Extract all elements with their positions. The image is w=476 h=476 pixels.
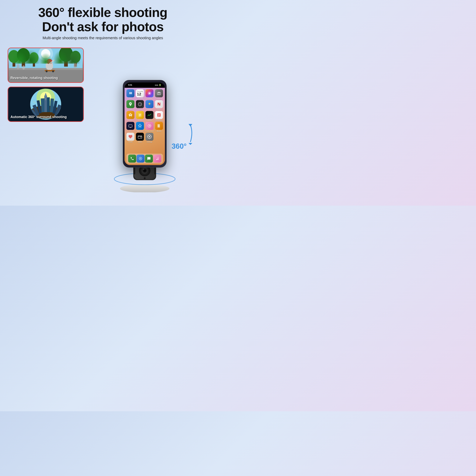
dock-phone[interactable] bbox=[128, 155, 136, 163]
phone-notch bbox=[138, 83, 151, 86]
notes-label: Notes bbox=[138, 119, 142, 121]
city-photo-card: Automatic 360° surround shooting bbox=[8, 87, 84, 122]
itunes-icon bbox=[145, 122, 153, 130]
svg-point-88 bbox=[158, 159, 159, 160]
health-icon bbox=[126, 133, 135, 141]
arrow-svg bbox=[181, 123, 194, 146]
camera-label: Camera bbox=[156, 98, 162, 99]
dock-bar bbox=[126, 154, 163, 164]
app-icon-weather[interactable]: Weather bbox=[145, 100, 154, 110]
clock-label: Clock bbox=[138, 108, 142, 110]
svg-rect-65 bbox=[138, 113, 141, 117]
svg-marker-50 bbox=[188, 143, 192, 145]
svg-point-22 bbox=[22, 65, 25, 70]
content-area: Reversible, rotating shooting bbox=[0, 40, 206, 196]
svg-point-2 bbox=[38, 48, 53, 61]
dock-messages[interactable] bbox=[145, 155, 153, 163]
itunes-label: iTunes Store bbox=[145, 130, 154, 132]
svg-point-16 bbox=[47, 59, 52, 64]
svg-rect-42 bbox=[45, 93, 46, 97]
left-panel: Reversible, rotating shooting bbox=[8, 44, 84, 196]
photos-label: Photos bbox=[147, 98, 152, 99]
tv-icon bbox=[126, 122, 135, 130]
weather-icon bbox=[145, 100, 153, 108]
skate-photo-card: Reversible, rotating shooting bbox=[8, 48, 84, 83]
maps-label: Maps bbox=[129, 108, 132, 110]
app-icon-settings[interactable]: Settings bbox=[145, 133, 154, 143]
svg-point-82 bbox=[149, 136, 150, 137]
subtitle: Multi-angle shooting meets the requireme… bbox=[0, 36, 206, 40]
svg-rect-5 bbox=[22, 54, 25, 67]
app-icon-camera[interactable]: Camera bbox=[155, 89, 163, 99]
app-icon-appstore[interactable]: App Store bbox=[136, 122, 144, 132]
dock-music-icon bbox=[153, 155, 161, 163]
app-icon-news[interactable]: N News bbox=[155, 100, 163, 110]
svg-point-8 bbox=[29, 52, 38, 63]
news-label: News bbox=[157, 108, 161, 110]
settings-icon bbox=[145, 133, 153, 141]
app-icon-stocks[interactable]: Stocks bbox=[145, 111, 154, 121]
home-screen: ✉ Mail Tuesday12 Calendar bbox=[124, 88, 165, 165]
phone-screen: 9:41 ●●● 🔋 ✉ Mail bbox=[124, 83, 165, 165]
svg-rect-3 bbox=[13, 55, 16, 67]
dock-safari-icon bbox=[136, 155, 145, 163]
app-icon-health[interactable]: Health bbox=[126, 133, 135, 143]
stocks-icon bbox=[145, 111, 153, 119]
signal-icons: ●●● 🔋 bbox=[155, 84, 161, 86]
app-grid: ✉ Mail Tuesday12 Calendar bbox=[126, 88, 164, 144]
svg-point-60 bbox=[149, 103, 150, 104]
right-panel: 360° bbox=[91, 44, 198, 196]
svg-point-10 bbox=[59, 48, 73, 62]
svg-point-20 bbox=[52, 70, 54, 72]
svg-marker-49 bbox=[188, 124, 192, 126]
svg-rect-46 bbox=[45, 100, 46, 100]
home-label: Home bbox=[128, 119, 132, 121]
calendar-label: Calendar bbox=[137, 98, 143, 99]
city-photo-label: Automatic 360° surround shooting bbox=[11, 115, 67, 119]
reminders-icon bbox=[155, 111, 163, 119]
app-icon-maps[interactable]: Maps bbox=[126, 100, 135, 110]
app-icon-calendar[interactable]: Tuesday12 Calendar bbox=[136, 89, 144, 99]
app-icon-reminders[interactable]: Reminders bbox=[155, 111, 163, 121]
mail-icon: ✉ bbox=[126, 89, 135, 97]
svg-point-1 bbox=[41, 49, 50, 58]
svg-point-19 bbox=[46, 70, 48, 72]
svg-point-12 bbox=[70, 51, 81, 63]
dock-safari[interactable] bbox=[136, 155, 145, 163]
app-icon-itunes[interactable]: iTunes Store bbox=[145, 122, 154, 132]
dock-music[interactable] bbox=[153, 155, 161, 163]
clock-icon bbox=[136, 100, 144, 108]
health-label: Health bbox=[128, 141, 133, 143]
svg-point-23 bbox=[73, 63, 77, 68]
notes-icon bbox=[136, 111, 144, 119]
reminders-label: Reminders bbox=[155, 119, 163, 121]
phone-gimbal-assembly: 9:41 ●●● 🔋 ✉ Mail bbox=[123, 80, 167, 168]
svg-point-87 bbox=[156, 159, 157, 160]
dock-messages-icon bbox=[145, 155, 153, 163]
svg-rect-55 bbox=[158, 92, 160, 93]
appstore-label: App Store bbox=[136, 130, 143, 132]
phone-device: 9:41 ●●● 🔋 ✉ Mail bbox=[123, 80, 167, 168]
app-icon-clock[interactable]: Clock bbox=[136, 100, 144, 110]
app-icon-mail[interactable]: ✉ Mail bbox=[126, 89, 135, 99]
app-icon-ibooks[interactable]: iBooks bbox=[155, 122, 163, 132]
svg-point-21 bbox=[17, 64, 19, 69]
tv-label: TV bbox=[130, 130, 131, 132]
maps-icon bbox=[126, 100, 135, 108]
title-line1: 360° flexible shooting bbox=[0, 5, 206, 20]
app-icon-notes[interactable]: Notes bbox=[136, 111, 144, 121]
time-display: 9:41 bbox=[128, 84, 132, 86]
svg-point-54 bbox=[158, 93, 160, 94]
app-icon-wallet[interactable]: Wallet bbox=[136, 133, 144, 143]
svg-point-98 bbox=[143, 169, 144, 169]
photos-icon bbox=[145, 89, 153, 97]
svg-point-4 bbox=[8, 50, 19, 63]
svg-line-17 bbox=[49, 60, 54, 64]
app-icon-photos[interactable]: Photos bbox=[145, 89, 154, 99]
dock-phone-icon bbox=[128, 155, 136, 163]
news-icon: N bbox=[155, 100, 163, 108]
app-icon-home[interactable]: Home bbox=[126, 111, 135, 121]
appstore-icon bbox=[136, 122, 144, 130]
app-icon-tv[interactable]: TV bbox=[126, 122, 135, 132]
settings-label: Settings bbox=[147, 141, 152, 143]
